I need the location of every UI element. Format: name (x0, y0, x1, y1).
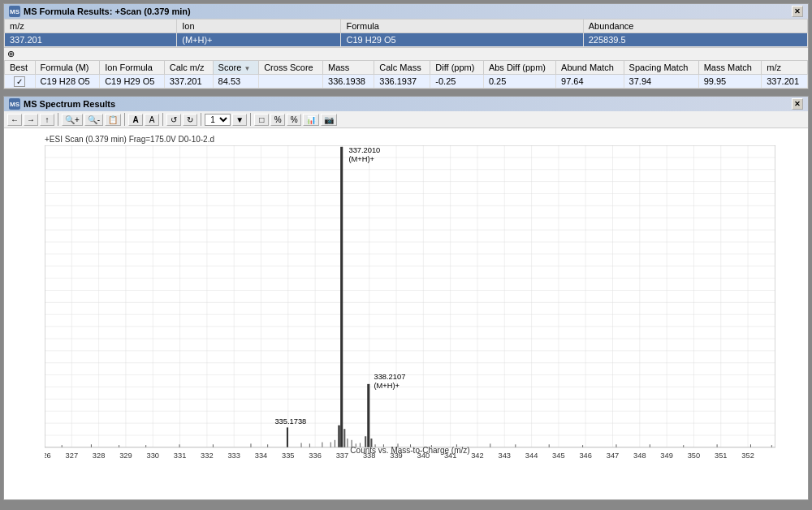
toolbar-sep-5 (250, 113, 251, 126)
sub-col-calc-mass: Calc Mass (374, 61, 430, 75)
svg-text:336: 336 (309, 452, 322, 459)
svg-text:352: 352 (741, 452, 754, 459)
sub-ion-formula: C19 H29 O5 (100, 75, 165, 89)
tb-redo-btn[interactable]: ↻ (183, 114, 197, 126)
spectrum-icon: MS (9, 98, 20, 110)
tb-dropdown-btn[interactable]: ▼ (232, 114, 247, 126)
formula-results-close-btn[interactable]: ✕ (792, 6, 803, 17)
sub-mass: 336.1938 (323, 75, 374, 89)
tb-undo-btn[interactable]: ↺ (166, 114, 181, 126)
sub-mass-match: 99.95 (698, 75, 762, 89)
formula-results-title: MS Formula Results: +Scan (0.379 min) (24, 6, 191, 16)
formula-results-title-bar: MS MS Formula Results: +Scan (0.379 min)… (4, 4, 808, 19)
svg-rect-117 (322, 443, 322, 447)
tb-forward-btn[interactable]: → (24, 114, 38, 126)
svg-rect-0 (45, 145, 775, 447)
svg-rect-120 (339, 438, 339, 447)
tb-camera-btn[interactable]: 📷 (321, 114, 337, 126)
sub-col-abund-match: Abund Match (556, 61, 624, 75)
svg-rect-113 (250, 443, 251, 447)
svg-text:343: 343 (499, 452, 512, 459)
tb-up-btn[interactable]: ↑ (40, 114, 54, 126)
sub-best: ✓ (5, 75, 36, 89)
sub-col-mz: m/z (762, 61, 808, 75)
spectrum-chart: 2.4 2.3 2.2 2.1 2.0 1.9 1.8 1.7 1.6 1.5 … (45, 145, 775, 462)
col-mz: m/z (5, 19, 177, 33)
formula-main-table: m/z Ion Formula Abundance 337.201 (M+H)+… (4, 19, 808, 47)
main-ion: (M+H)+ (177, 33, 341, 47)
sub-col-mass-match: Mass Match (698, 61, 762, 75)
sub-spacing-match: 37.94 (624, 75, 698, 89)
sub-diff-ppm: -0.25 (430, 75, 484, 89)
svg-text:344: 344 (525, 452, 538, 459)
sub-abund-match: 97.64 (556, 75, 624, 89)
spectrum-title-bar: MS MS Spectrum Results ✕ (4, 97, 808, 111)
peak-335 (287, 427, 288, 447)
svg-rect-108 (91, 444, 92, 447)
svg-rect-115 (301, 443, 302, 447)
sub-col-cross-score: Cross Score (259, 61, 323, 75)
sub-cross-score (259, 75, 323, 89)
svg-rect-137 (683, 445, 684, 447)
svg-rect-139 (750, 444, 751, 447)
svg-rect-131 (490, 443, 490, 447)
tb-percent2-btn[interactable]: % (287, 114, 301, 126)
peak-337 (340, 147, 343, 447)
svg-rect-132 (515, 444, 516, 447)
sub-formula-m: C19 H28 O5 (35, 75, 100, 89)
tb-zoom-in-btn[interactable]: 🔍+ (62, 114, 83, 126)
sub-mz: 337.201 (762, 75, 808, 89)
svg-text:330: 330 (146, 452, 159, 459)
svg-rect-111 (179, 444, 180, 447)
sub-score: 84.53 (213, 75, 259, 89)
sub-col-abs-diff-ppm: Abs Diff (ppm) (483, 61, 555, 75)
sub-col-spacing-match: Spacing Match (624, 61, 698, 75)
peak-337-right (343, 429, 345, 447)
formula-main-row[interactable]: 337.201 (M+H)+ C19 H29 O5 225839.5 (5, 33, 808, 47)
peak-338-label: 338.2107 (374, 374, 406, 381)
spectrum-title: MS Spectrum Results (24, 99, 115, 109)
toolbar-sep-1 (58, 113, 58, 126)
tb-percent-btn[interactable]: % (270, 114, 285, 126)
svg-text:349: 349 (660, 452, 673, 459)
tb-clipboard-btn[interactable]: 📋 (105, 114, 121, 126)
svg-text:333: 333 (227, 452, 240, 459)
sub-abs-diff-ppm: 0.25 (483, 75, 555, 89)
spectrum-window: MS MS Spectrum Results ✕ ← → ↑ 🔍+ 🔍- 📋 A… (3, 96, 809, 500)
peak-338-ion-label: (M+H)+ (374, 382, 400, 390)
sub-col-diff-ppm: Diff (ppm) (430, 61, 484, 75)
chart-area: +ESI Scan (0.379 min) Frag=175.0V D0-10-… (4, 128, 808, 492)
tb-font-a2-btn[interactable]: A (145, 114, 159, 126)
svg-text:329: 329 (119, 452, 132, 459)
tb-font-a-btn[interactable]: A (128, 114, 143, 126)
col-abundance: Abundance (583, 19, 807, 33)
svg-text:350: 350 (688, 452, 701, 459)
window-icon: MS (9, 6, 20, 17)
tb-zoom-out-btn[interactable]: 🔍- (84, 114, 103, 126)
peak-338 (367, 384, 369, 447)
tb-rect-btn[interactable]: □ (254, 114, 269, 126)
svg-rect-119 (335, 440, 335, 447)
sub-col-best: Best (5, 61, 36, 75)
formula-sub-table: Best Formula (M) Ion Formula Calc m/z Sc… (4, 60, 808, 89)
svg-rect-114 (267, 444, 268, 447)
svg-rect-135 (615, 444, 616, 447)
tb-back-btn[interactable]: ← (7, 114, 22, 126)
svg-text:328: 328 (93, 452, 106, 459)
sub-col-formula-m: Formula (M) (35, 61, 100, 75)
sub-col-score[interactable]: Score ▼ (213, 61, 259, 75)
toolbar-sep-4 (201, 113, 201, 126)
svg-text:348: 348 (633, 452, 646, 459)
spectrum-close-btn[interactable]: ✕ (792, 98, 803, 110)
svg-rect-133 (549, 444, 550, 447)
sub-calc-mz: 337.201 (164, 75, 213, 89)
expand-toggle[interactable]: ⊕ (7, 49, 15, 59)
col-formula: Formula (341, 19, 583, 33)
svg-text:331: 331 (174, 452, 187, 459)
tb-number-select[interactable]: 1 (205, 114, 231, 126)
formula-sub-row[interactable]: ✓ C19 H28 O5 C19 H29 O5 337.201 84.53 33… (5, 75, 808, 89)
sub-col-ion-formula: Ion Formula (100, 61, 165, 75)
svg-text:351: 351 (715, 452, 728, 459)
tb-chart-btn[interactable]: 📊 (303, 114, 319, 126)
formula-results-window: MS MS Formula Results: +Scan (0.379 min)… (3, 3, 809, 89)
